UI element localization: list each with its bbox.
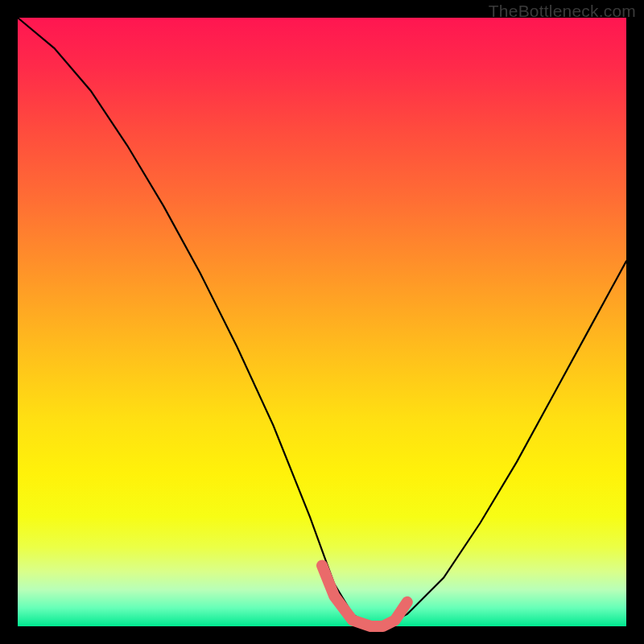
- trough-highlight: [322, 565, 407, 626]
- chart-canvas: TheBottleneck.com: [0, 0, 644, 644]
- watermark-text: TheBottleneck.com: [489, 2, 636, 21]
- bottleneck-curve: [18, 18, 626, 626]
- curve-layer: [18, 18, 626, 626]
- plot-area: [18, 18, 626, 626]
